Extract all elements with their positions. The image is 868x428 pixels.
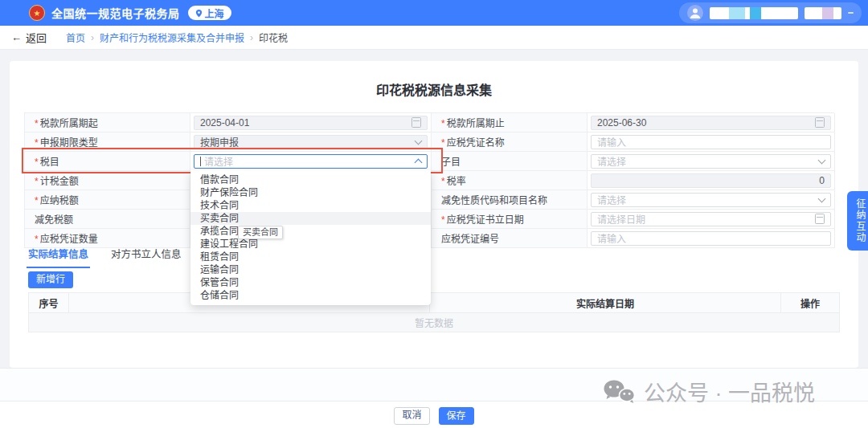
dropdown-option[interactable]: 仓储合同: [190, 289, 431, 302]
table-header-row: 序号 实际结算日期 操作: [28, 292, 840, 313]
breadcrumb-home[interactable]: 首页: [66, 31, 85, 44]
field-label: 应税凭证名称: [441, 135, 505, 149]
field-label: 应税凭证书立日期: [441, 212, 524, 226]
field-label: 应纳税额: [35, 193, 79, 206]
empty-state: 暂无数据: [28, 313, 840, 332]
location-pin-icon: [195, 9, 203, 18]
redacted-username: [710, 7, 798, 19]
field-label: 税款所属期止: [441, 116, 505, 129]
filing-type-select: 按期申报: [194, 135, 428, 149]
col-seq: 序号: [29, 293, 69, 312]
tax-rate-field: 0: [591, 173, 831, 188]
chevron-up-icon: [415, 158, 423, 166]
breadcrumb-separator: ›: [250, 32, 253, 43]
field-label: 应税凭证数量: [35, 231, 98, 245]
calendar-icon: [815, 214, 825, 224]
tax-item-dropdown: 借款合同 财产保险合同 技术合同 买卖合同 承揽合同 建设工程合同 租赁合同 运…: [190, 170, 431, 305]
collapse-dash-icon: [848, 12, 854, 14]
person-icon: [687, 5, 703, 21]
calendar-icon: [411, 117, 421, 128]
breadcrumb: 首页 › 财产和行为税税源采集及合并申报 › 印花税: [66, 31, 288, 44]
dropdown-option[interactable]: 运输合同: [190, 263, 431, 276]
field-label: 税目: [35, 154, 59, 168]
reduction-code-select[interactable]: 请选择: [591, 193, 831, 207]
field-label: 申报期限类型: [35, 135, 98, 149]
app-window: ★ 全国统一规范电子税务局 上海 ← 返: [0, 0, 868, 428]
page-title: 印花税税源信息采集: [10, 79, 858, 99]
top-header-bar: ★ 全国统一规范电子税务局 上海: [0, 0, 868, 26]
dropdown-option-highlighted[interactable]: 买卖合同: [190, 212, 431, 225]
breadcrumb-separator: ›: [91, 32, 94, 43]
voucher-number-input[interactable]: 请输入: [591, 231, 831, 246]
back-label: 返回: [26, 30, 47, 45]
back-button[interactable]: ← 返回: [11, 30, 47, 45]
save-button[interactable]: 保存: [439, 407, 474, 425]
field-label: 减免性质代码和项目名称: [441, 193, 547, 206]
tab-counterparty[interactable]: 对方书立人信息: [111, 246, 182, 268]
settlement-table: 序号 实际结算日期 操作 暂无数据: [28, 292, 840, 332]
field-label: 税款所属期起: [35, 116, 98, 129]
wechat-icon: [603, 379, 637, 405]
field-label: 计税金额: [35, 173, 79, 187]
field-label: 减免税额: [35, 212, 73, 226]
national-emblem-icon: ★: [29, 5, 45, 21]
watermark-text: 公众号 · 一品税悦: [644, 376, 815, 407]
dropdown-option[interactable]: 技术合同: [190, 199, 431, 212]
voucher-name-input[interactable]: 请输入: [591, 135, 831, 149]
watermark: 公众号 · 一品税悦: [603, 376, 815, 407]
col-settle-date: 实际结算日期: [430, 293, 781, 312]
col-action: 操作: [781, 293, 839, 312]
chevron-down-icon: [415, 137, 423, 145]
tab-actual-settlement[interactable]: 实际结算信息: [28, 246, 88, 268]
sub-item-select[interactable]: 请选择: [591, 154, 831, 169]
cancel-button[interactable]: 取消: [394, 407, 429, 425]
field-label: 子目: [441, 154, 461, 168]
user-area: [679, 2, 862, 23]
redacted-taxid: [805, 7, 841, 19]
app-title: 全国统一规范电子税务局: [51, 5, 180, 21]
location-badge[interactable]: 上海: [188, 6, 231, 20]
dropdown-option[interactable]: 承揽合同: [190, 225, 431, 238]
location-label: 上海: [205, 6, 224, 20]
dropdown-option[interactable]: 财产保险合同: [190, 186, 431, 199]
interaction-side-tab[interactable]: 征纳互动: [847, 191, 868, 251]
field-label: 应税凭证编号: [441, 231, 499, 245]
dropdown-option[interactable]: 借款合同: [190, 173, 431, 186]
breadcrumb-bar: ← 返回 首页 › 财产和行为税税源采集及合并申报 › 印花税: [0, 26, 868, 50]
detail-tabs: 实际结算信息 对方书立人信息: [28, 246, 182, 268]
field-label: 税率: [441, 173, 466, 187]
breadcrumb-section[interactable]: 财产和行为税税源采集及合并申报: [100, 31, 244, 44]
voucher-date-picker[interactable]: 请选择日期: [591, 212, 831, 226]
period-end-field: 2025-06-30: [591, 116, 831, 130]
form-card: 印花税税源信息采集 税款所属期起 2025-04-01 税款所属期止 2025-…: [10, 61, 858, 368]
user-avatar[interactable]: [687, 5, 703, 21]
dropdown-option[interactable]: 保管合同: [190, 276, 431, 289]
breadcrumb-current: 印花税: [259, 31, 288, 44]
add-row-button[interactable]: 新增行: [28, 271, 73, 288]
dropdown-option[interactable]: 租赁合同: [190, 251, 431, 263]
tax-item-select[interactable]: 请选择: [194, 154, 428, 169]
calendar-icon: [815, 117, 825, 128]
dropdown-option[interactable]: 建设工程合同: [190, 238, 431, 251]
option-tooltip: 买卖合同: [238, 226, 283, 239]
period-start-field: 2025-04-01: [194, 116, 428, 130]
text-cursor: [200, 157, 201, 166]
chevron-down-icon: [818, 194, 826, 202]
back-arrow-icon: ←: [11, 31, 22, 43]
chevron-down-icon: [818, 156, 826, 164]
